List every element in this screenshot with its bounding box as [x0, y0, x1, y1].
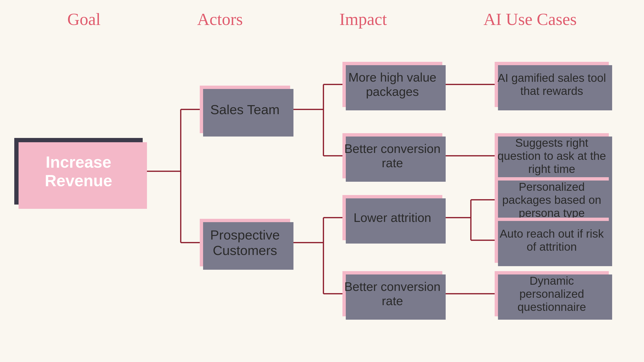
diagram: Increase Revenue Sales Team Prospective …: [0, 38, 644, 362]
usecase-suggests-question-label: Suggests right question to ask at the ri…: [495, 134, 609, 178]
actor-sales-team-label: Sales Team: [210, 102, 280, 117]
impact-more-high-value-label: More high value packages: [342, 70, 442, 99]
usecase-ai-gamified: AI gamified sales tool that rewards: [495, 62, 609, 107]
header-actors: Actors: [197, 10, 243, 29]
goal-box: Increase Revenue: [14, 138, 143, 204]
header-ai-use-cases: AI Use Cases: [484, 10, 577, 29]
impact-more-high-value: More high value packages: [342, 62, 442, 107]
header-goal: Goal: [67, 10, 100, 29]
actor-prospective-label: Prospective Customers: [200, 227, 290, 258]
usecase-dynamic-questionnaire: Dynamic personalized questionnaire: [495, 271, 609, 316]
actor-prospective-customers: Prospective Customers: [200, 219, 290, 266]
usecase-suggests-question: Suggests right question to ask at the ri…: [495, 133, 609, 178]
impact-lower-attrition: Lower attrition: [342, 195, 442, 240]
impact-better-conversion-1: Better conversion rate: [342, 133, 442, 178]
impact-lower-attrition-label: Lower attrition: [354, 210, 432, 225]
header-row: Goal Actors Impact AI Use Cases: [0, 0, 644, 34]
impact-better-conversion-2: Better conversion rate: [342, 271, 442, 316]
usecase-dynamic-questionnaire-label: Dynamic personalized questionnaire: [495, 272, 609, 316]
usecase-personalized-packages-label: Personalized packages based on persona t…: [495, 178, 609, 222]
impact-better-conversion-2-label: Better conversion rate: [342, 280, 442, 308]
goal-label: Increase Revenue: [14, 148, 143, 194]
usecase-personalized-packages: Personalized packages based on persona t…: [495, 177, 609, 222]
impact-better-conversion-1-label: Better conversion rate: [342, 142, 442, 170]
header-impact: Impact: [339, 10, 387, 29]
usecase-auto-reach-out-label: Auto reach out if risk of attrition: [495, 225, 609, 256]
usecase-ai-gamified-label: AI gamified sales tool that rewards: [495, 69, 609, 100]
actor-sales-team: Sales Team: [200, 86, 290, 133]
usecase-auto-reach-out: Auto reach out if risk of attrition: [495, 218, 609, 263]
